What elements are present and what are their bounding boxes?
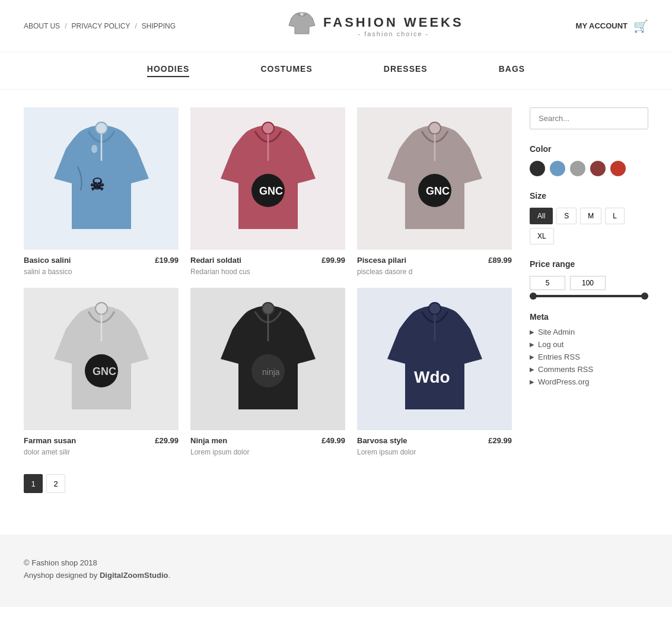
- meta-arrow-4: ▶: [530, 366, 534, 373]
- products-grid: ☠ Basico salini £19.99 salini a bassico: [24, 107, 512, 456]
- search-input[interactable]: [530, 107, 648, 129]
- nav-hoodies[interactable]: HOODIES: [147, 64, 190, 77]
- product-name-3: Piscesa pilari: [357, 256, 406, 265]
- logo-title: FASHION WEEKS: [323, 15, 464, 30]
- product-info-5: Ninja men £49.99: [190, 436, 345, 445]
- meta-arrow-1: ▶: [530, 329, 534, 335]
- color-swatches: [530, 161, 648, 176]
- size-m-btn[interactable]: M: [580, 208, 601, 224]
- account-area[interactable]: MY ACCOUNT 🛒: [576, 19, 648, 33]
- size-all-btn[interactable]: All: [530, 208, 553, 224]
- color-filter: Color: [530, 144, 648, 176]
- logo-subtitle: - fashion choice -: [323, 30, 464, 37]
- size-s-btn[interactable]: S: [556, 208, 577, 224]
- meta-arrow-3: ▶: [530, 354, 534, 360]
- top-bar: ABOUT US / PRIVACY POLICY / SHIPPING FAS…: [0, 0, 672, 52]
- product-info-1: Basico salini £19.99: [24, 256, 179, 265]
- svg-text:GNC: GNC: [426, 185, 450, 197]
- price-range-filter: Price range: [530, 259, 648, 297]
- product-desc-3: piscleas dasore d: [357, 268, 512, 276]
- meta-wordpress-org[interactable]: ▶ WordPress.org: [530, 377, 648, 386]
- product-desc-1: salini a bassico: [24, 268, 179, 276]
- shipping-link[interactable]: SHIPPING: [142, 22, 176, 30]
- privacy-policy-link[interactable]: PRIVACY POLICY: [71, 22, 130, 30]
- footer-credit-prefix: Anyshop designed by: [24, 571, 100, 580]
- footer-credit: Anyshop designed by DigitalZoomStudio.: [24, 571, 648, 580]
- page-1-btn[interactable]: 1: [24, 474, 43, 493]
- size-l-btn[interactable]: L: [605, 208, 625, 224]
- meta-comments-rss[interactable]: ▶ Comments RSS: [530, 365, 648, 374]
- product-info-6: Barvosa style £29.99: [357, 436, 512, 445]
- price-slider-min-thumb[interactable]: [530, 293, 537, 300]
- main-container: ☠ Basico salini £19.99 salini a bassico: [0, 90, 672, 511]
- logo: FASHION WEEKS - fashion choice -: [288, 9, 464, 43]
- footer-credit-link[interactable]: DigitalZoomStudio: [100, 571, 168, 580]
- svg-text:GNC: GNC: [93, 365, 116, 377]
- footer: © Fashion shop 2018 Anyshop designed by …: [0, 535, 672, 607]
- color-red[interactable]: [610, 161, 626, 176]
- product-desc-5: Lorem ipsum dolor: [190, 448, 345, 456]
- price-range-inputs: [530, 276, 648, 290]
- footer-credit-suffix: .: [168, 571, 170, 580]
- meta-entries-rss[interactable]: ▶ Entries RSS: [530, 352, 648, 361]
- product-name-4: Farman susan: [24, 436, 76, 445]
- product-image-3: GNC: [357, 107, 512, 250]
- product-desc-4: dolor amet silir: [24, 448, 179, 456]
- products-section: ☠ Basico salini £19.99 salini a bassico: [24, 107, 512, 493]
- price-max-input[interactable]: [570, 276, 606, 290]
- product-image-4: GNC: [24, 288, 179, 430]
- nav-costumes[interactable]: COSTUMES: [260, 64, 312, 77]
- product-price-1: £19.99: [155, 256, 179, 265]
- main-nav: HOODIES COSTUMES DRESSES BAGS: [0, 52, 672, 90]
- nav-bags[interactable]: BAGS: [499, 64, 525, 77]
- nav-dresses[interactable]: DRESSES: [384, 64, 428, 77]
- size-filter: Size All S M L XL: [530, 191, 648, 244]
- product-card-5[interactable]: ninja Ninja men £49.99 Lorem ipsum dolor: [190, 288, 345, 456]
- color-brown[interactable]: [590, 161, 606, 176]
- meta-arrow-2: ▶: [530, 341, 534, 348]
- cart-icon[interactable]: 🛒: [633, 19, 648, 33]
- product-price-3: £89.99: [488, 256, 512, 265]
- product-image-1: ☠: [24, 107, 179, 250]
- product-card-1[interactable]: ☠ Basico salini £19.99 salini a bassico: [24, 107, 179, 276]
- footer-copyright: © Fashion shop 2018: [24, 558, 648, 567]
- size-label: Size: [530, 191, 648, 201]
- svg-text:ninja: ninja: [262, 367, 280, 377]
- price-slider-max-thumb[interactable]: [641, 293, 648, 300]
- sidebar: Color Size All S M L XL Price range: [530, 107, 648, 493]
- top-bar-links: ABOUT US / PRIVACY POLICY / SHIPPING: [24, 22, 176, 30]
- about-us-link[interactable]: ABOUT US: [24, 22, 60, 30]
- product-card-4[interactable]: GNC Farman susan £29.99 dolor amet silir: [24, 288, 179, 456]
- color-dark[interactable]: [530, 161, 545, 176]
- meta-site-admin[interactable]: ▶ Site Admin: [530, 328, 648, 336]
- product-desc-2: Redarian hood cus: [190, 268, 345, 276]
- svg-point-1: [95, 122, 107, 134]
- product-name-6: Barvosa style: [357, 436, 407, 445]
- product-card-6[interactable]: Wdo Barvosa style £29.99 Lorem ipsum dol…: [357, 288, 512, 456]
- price-min-input[interactable]: [530, 276, 565, 290]
- product-price-6: £29.99: [488, 436, 512, 445]
- product-name-2: Redari soldati: [190, 256, 241, 265]
- svg-point-5: [262, 122, 274, 134]
- product-info-4: Farman susan £29.99: [24, 436, 179, 445]
- product-image-2: GNC: [190, 107, 345, 250]
- color-label: Color: [530, 144, 648, 154]
- size-xl-btn[interactable]: XL: [530, 228, 554, 244]
- meta-arrow-5: ▶: [530, 379, 534, 385]
- meta-log-out[interactable]: ▶ Log out: [530, 340, 648, 349]
- product-card-2[interactable]: GNC Redari soldati £99.99 Redarian hood …: [190, 107, 345, 276]
- product-info-2: Redari soldati £99.99: [190, 256, 345, 265]
- my-account-label: MY ACCOUNT: [576, 21, 628, 30]
- product-name-1: Basico salini: [24, 256, 71, 265]
- page-2-btn[interactable]: 2: [46, 474, 65, 493]
- svg-text:☠: ☠: [90, 176, 104, 194]
- svg-point-21: [429, 303, 441, 314]
- price-slider-fill: [530, 295, 648, 297]
- product-name-5: Ninja men: [190, 436, 227, 445]
- color-gray[interactable]: [570, 161, 585, 176]
- price-slider-track: [530, 295, 648, 297]
- svg-point-13: [95, 303, 107, 314]
- color-blue[interactable]: [550, 161, 565, 176]
- product-card-3[interactable]: GNC Piscesa pilari £89.99 piscleas dasor…: [357, 107, 512, 276]
- svg-point-9: [429, 122, 441, 134]
